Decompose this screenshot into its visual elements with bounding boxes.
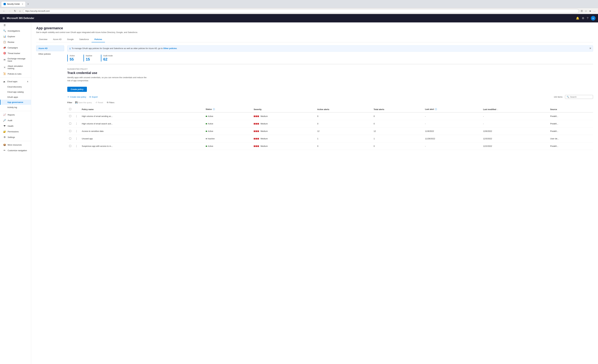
bell-icon[interactable]: 🔔 [576,17,579,20]
sidebar-item-reports[interactable]: 📈 Reports [0,112,31,117]
col-last-modified[interactable]: Last modified ↓ [481,106,548,112]
row-checkbox[interactable] [69,115,71,117]
col-policy-name[interactable]: Policy name [80,106,204,112]
search-input[interactable] [570,96,591,98]
row-more-btn[interactable]: ⋮ [75,144,78,148]
policy-sidebar-azure-ad[interactable]: Azure AD [36,45,64,51]
sidebar-item-oauth-apps[interactable]: OAuth apps [0,94,31,100]
row-checkbox[interactable] [69,123,71,124]
row-policy-name[interactable]: Suspicious app with access to m... [80,142,204,150]
browser-actions: ☰ ☆ ★ … [580,9,596,13]
refresh-button[interactable]: ↻ [13,9,17,13]
sidebar-item-settings[interactable]: ⚙ Settings [0,134,31,140]
sidebar-item-customize-nav[interactable]: ✏ Customize navigation [0,148,31,153]
sidebar-item-more-resources[interactable]: 📦 More resources [0,142,31,148]
create-new-policy-btn[interactable]: ✏ Create new policy [67,95,86,99]
waffle-icon[interactable]: ⊞ [2,17,5,20]
row-last-modified: - [481,120,548,127]
back-button[interactable]: ← [2,9,6,13]
row-more-cell: ⋮ [73,112,80,120]
table-row: ⋮ High volume of email sending ac... Act… [67,112,593,120]
search-box[interactable]: 🔍 [565,95,593,99]
row-status: Active [204,120,252,127]
address-bar[interactable]: https://security.microsoft.com/ [23,9,579,13]
row-last-alert: 11/28/2022 [423,135,481,142]
col-total-alerts[interactable]: Total alerts [372,106,423,112]
last-alert-info-btn[interactable]: ⓘ [434,108,437,111]
help-icon[interactable]: ? [587,17,588,20]
sidebar-item-attack-simulation[interactable]: ⚔ Attack simulation training [0,64,31,71]
sidebar-item-cloud-discovery[interactable]: Cloud discovery [0,84,31,89]
sev-dot [256,145,257,147]
forward-button[interactable]: → [8,9,12,13]
sidebar-item-label: Explorer [8,35,15,38]
filter-icon: ⧉ [107,101,108,104]
row-more-btn[interactable]: ⋮ [75,137,78,141]
sidebar-item-threat-tracker[interactable]: 🎯 Threat tracker [0,50,31,56]
filters-label: Filters [109,101,114,104]
tab-policies[interactable]: Policies [91,37,105,42]
row-more-btn[interactable]: ⋮ [75,129,78,133]
sidebar-item-review[interactable]: 📋 Review [0,39,31,45]
tab-overview[interactable]: Overview [36,37,50,42]
row-policy-name[interactable]: Access to sensitive data [80,127,204,135]
sidebar-item-activity-log[interactable]: Activity log [0,105,31,110]
sidebar-item-campaigns[interactable]: 📣 Campaigns [0,45,31,50]
col-last-alert[interactable]: Last alert ⓘ [423,106,481,112]
sidebar-item-audit[interactable]: 🔎 Audit [0,117,31,123]
new-tab-button[interactable]: + [26,2,30,6]
settings-nav-icon: ⚙ [3,136,6,139]
browser-settings-btn[interactable]: … [593,9,596,13]
sidebar-item-permissions[interactable]: 🔐 Permissions [0,129,31,134]
status-info-btn[interactable]: ⓘ [212,108,215,111]
sidebar-collapse-btn[interactable]: ☰ [0,22,31,28]
row-checkbox[interactable] [69,138,71,140]
other-policies-link[interactable]: Other policies [163,47,177,50]
col-status[interactable]: Status ⓘ [204,106,252,112]
col-severity[interactable]: Severity [252,106,315,112]
cloud-apps-group-toggle[interactable]: ☁ Cloud apps ∧ [0,79,31,84]
banner-close-btn[interactable]: ✕ [589,47,591,50]
col-source[interactable]: Source [548,106,593,112]
avatar[interactable]: U [591,16,596,21]
sidebar-item-label: Activity log [7,106,17,108]
row-policy-name[interactable]: High volume of email search acti... [80,120,204,127]
reset-btn[interactable]: ↺ Reset [94,101,104,104]
row-more-btn[interactable]: ⋮ [75,122,78,126]
row-checkbox[interactable] [69,130,71,132]
sidebar-item-cloud-app-catalog[interactable]: Cloud app catalog [0,89,31,94]
row-more-btn[interactable]: ⋮ [75,114,78,118]
sidebar-toggle-btn[interactable]: ☰ [580,9,583,13]
row-checkbox[interactable] [69,145,71,147]
sidebar-item-health[interactable]: ❤ Health [0,123,31,129]
favorites-btn[interactable]: ☆ [584,9,587,13]
active-tab[interactable]: Security Center ✕ [1,1,25,7]
tab-salesforce[interactable]: Salesforce [76,37,91,42]
collections-btn[interactable]: ★ [589,9,592,13]
create-policy-button[interactable]: Create policy [67,87,87,92]
tab-azure-ad[interactable]: Azure AD [50,37,64,42]
export-btn[interactable]: ⬇ Export [89,95,98,99]
tab-close-btn[interactable]: ✕ [22,3,23,5]
sidebar-item-app-governance[interactable]: App governance [0,100,31,105]
sidebar-item-investigations[interactable]: 🔍 Investigations [0,28,31,34]
tab-google[interactable]: Google [64,37,76,42]
sidebar-item-label: Reports [8,114,15,116]
col-active-alerts[interactable]: Active alerts [315,106,372,112]
stats-row: Active 55 Inactive 15 Audit mode 62 [67,55,593,64]
row-policy-name[interactable]: High volume of email sending ac... [80,112,204,120]
save-query-btn[interactable]: 💾 Save the query [74,101,93,104]
home-button[interactable]: ⌂ [18,9,22,13]
settings-icon[interactable]: ⚙ [582,17,584,20]
sidebar-item-label: Attack simulation training [8,65,28,70]
policy-sidebar-other[interactable]: Other policies [36,51,64,57]
sidebar-item-exchange-message-trace[interactable]: ✉ Exchange message trace [0,56,31,64]
severity-dots [254,138,259,140]
sev-dot [254,145,255,147]
row-policy-name[interactable]: Unused app [80,135,204,142]
select-all-checkbox[interactable] [69,108,71,110]
sidebar-item-policies-rules[interactable]: 📜 Policies & rules [0,71,31,77]
filters-btn[interactable]: ⧉ Filters [106,101,115,104]
sidebar-item-explorer[interactable]: 📊 Explorer [0,34,31,39]
stat-active-value: 55 [70,57,75,61]
